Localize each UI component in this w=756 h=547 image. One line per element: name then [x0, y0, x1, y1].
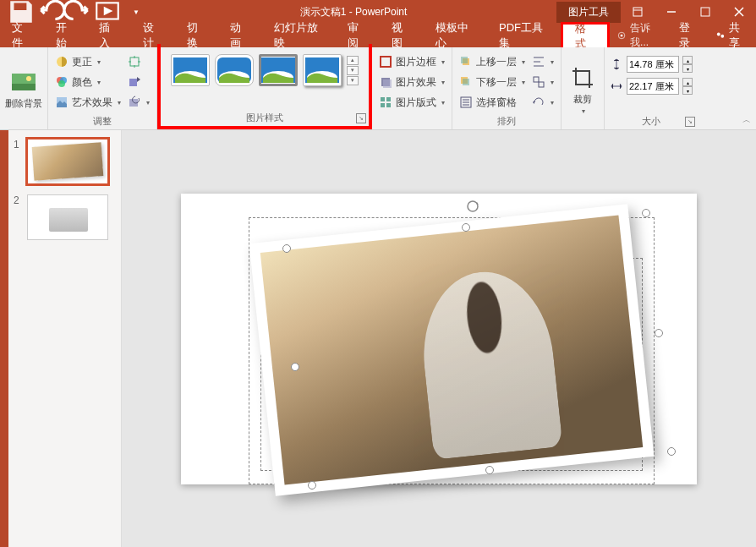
resize-handle[interactable] [655, 329, 663, 337]
svg-rect-28 [383, 79, 392, 88]
resize-handle[interactable] [462, 223, 470, 232]
slide-thumbnail-1[interactable]: 1 [14, 139, 116, 184]
gallery-scroll: ▴ ▾ ▾ [347, 56, 359, 85]
resize-handle[interactable] [308, 481, 316, 490]
style-preset-1[interactable] [171, 54, 210, 86]
chevron-down-icon: ▾ [522, 79, 525, 86]
height-spin-up[interactable]: ▴ [682, 56, 693, 64]
width-spin-down[interactable]: ▾ [682, 86, 693, 95]
menu-view[interactable]: 视图 [380, 24, 424, 47]
style-preset-3[interactable] [259, 54, 298, 86]
chevron-down-icon: ▾ [146, 99, 150, 107]
qat-customize-dropdown[interactable]: ▼ [122, 2, 151, 22]
picture-layout-button[interactable]: 图片版式▾ [377, 93, 446, 112]
menu-bar: 文件 开始 插入 设计 切换 动画 幻灯片放映 审阅 视图 模板中心 PDF工具… [0, 24, 756, 47]
window-title: 演示文稿1 - PowerPoint [151, 5, 556, 19]
picture-effects-button[interactable]: 图片效果▾ [377, 73, 446, 91]
gallery-more[interactable]: ▾ [347, 76, 359, 85]
picture-border-button[interactable]: 图片边框▾ [377, 52, 446, 71]
svg-rect-32 [386, 103, 391, 107]
rotate-button[interactable]: ▾ [530, 93, 556, 112]
dialog-launcher-styles[interactable]: ↘ [356, 113, 366, 123]
chevron-down-icon: ▾ [582, 107, 585, 115]
height-input-row: ▴▾ [610, 56, 693, 73]
chevron-down-icon: ▾ [522, 58, 525, 66]
send-backward-button[interactable]: 下移一层▾ [457, 73, 527, 91]
svg-rect-8 [12, 84, 36, 90]
inserted-picture[interactable] [249, 204, 655, 495]
tell-me-label: 告诉我... [630, 21, 664, 50]
crop-button[interactable]: 裁剪 ▾ [567, 51, 599, 128]
group-size: ▴▾ ▴▾ 大小 ↘ [605, 47, 698, 129]
menu-home[interactable]: 开始 [44, 24, 88, 47]
menu-file[interactable]: 文件 [0, 24, 44, 47]
group-label-size: 大小 [610, 114, 693, 128]
gallery-scroll-down[interactable]: ▾ [347, 66, 359, 75]
svg-rect-2 [701, 8, 709, 16]
group-remove-bg: 删除背景 [0, 47, 48, 129]
slide-canvas-area[interactable] [122, 130, 756, 547]
svg-rect-29 [381, 97, 385, 101]
menu-template[interactable]: 模板中心 [424, 24, 487, 47]
height-input[interactable] [627, 56, 679, 73]
menu-pdf[interactable]: PDF工具集 [487, 24, 561, 47]
redo-button[interactable] [64, 2, 93, 22]
svg-rect-26 [381, 57, 391, 67]
resize-handle[interactable] [282, 244, 291, 253]
color-button[interactable]: 颜色▾ [53, 73, 123, 91]
width-input-row: ▴▾ [610, 78, 693, 95]
corrections-button[interactable]: 更正▾ [53, 52, 123, 71]
svg-rect-36 [463, 79, 469, 85]
tell-me-search[interactable]: 告诉我... [610, 21, 671, 50]
artistic-effects-button[interactable]: 艺术效果▾ [53, 93, 123, 112]
remove-background-button[interactable]: 删除背景 [5, 51, 42, 128]
width-spin-up[interactable]: ▴ [682, 78, 693, 86]
group-label-styles: 图片样式 [166, 111, 364, 124]
svg-point-13 [58, 80, 65, 87]
height-icon [610, 57, 623, 71]
height-spin-down[interactable]: ▾ [682, 64, 693, 73]
chevron-down-icon: ▾ [551, 79, 554, 86]
undo-button[interactable] [36, 2, 64, 22]
resize-handle[interactable] [667, 447, 676, 456]
dialog-launcher-size[interactable]: ↘ [685, 117, 695, 127]
svg-rect-30 [386, 97, 391, 101]
width-input[interactable] [627, 78, 679, 95]
resize-handle[interactable] [291, 363, 299, 371]
style-preset-4[interactable] [303, 54, 342, 86]
svg-rect-38 [534, 77, 539, 82]
picture-content [260, 215, 644, 484]
width-icon [610, 79, 623, 93]
menu-insert[interactable]: 插入 [87, 24, 131, 47]
group-label-arrange: 排列 [457, 114, 556, 128]
share-button[interactable]: 共享 [707, 24, 756, 47]
align-button[interactable]: ▾ [530, 52, 556, 71]
collapse-ribbon-button[interactable]: ︿ [742, 114, 751, 126]
style-preset-2[interactable] [215, 54, 254, 86]
thumb-preview-2 [27, 194, 108, 240]
group-adjust: 更正▾ 颜色▾ 艺术效果▾ ▾ 调整 [48, 47, 157, 129]
svg-rect-39 [539, 82, 544, 87]
change-picture-button[interactable] [126, 73, 151, 91]
selection-pane-button[interactable]: 选择窗格 [457, 93, 527, 112]
login-button[interactable]: 登录 [671, 24, 707, 47]
resize-handle[interactable] [642, 209, 650, 217]
rotate-handle-icon[interactable] [465, 199, 480, 214]
svg-rect-31 [381, 103, 385, 107]
bring-forward-button[interactable]: 上移一层▾ [457, 52, 527, 71]
slide-thumbnail-2[interactable]: 2 [14, 194, 116, 240]
start-from-beginning-button[interactable] [93, 2, 122, 22]
gallery-scroll-up[interactable]: ▴ [347, 56, 359, 65]
save-button[interactable] [7, 2, 36, 22]
group-picture-styles: ▴ ▾ ▾ 图片样式 ↘ [157, 44, 372, 129]
group-crop: 裁剪 ▾ [562, 47, 605, 129]
chevron-down-icon: ▾ [441, 99, 445, 107]
menu-format[interactable]: 格式 [561, 22, 610, 47]
reset-picture-button[interactable]: ▾ [126, 93, 151, 112]
svg-rect-34 [461, 57, 468, 63]
chevron-down-icon: ▾ [441, 79, 445, 86]
ribbon-options-button[interactable] [621, 0, 655, 24]
group-button[interactable]: ▾ [530, 73, 556, 91]
compress-pictures-button[interactable] [126, 52, 151, 71]
resize-handle[interactable] [485, 466, 494, 474]
